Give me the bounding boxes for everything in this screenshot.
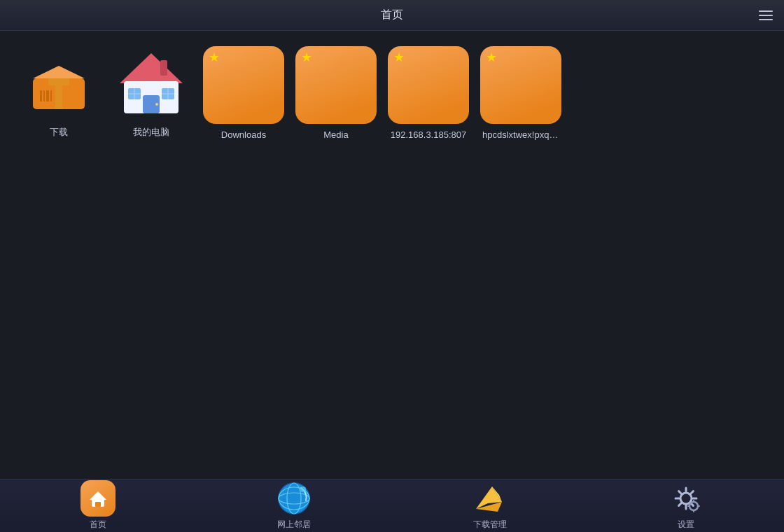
app-label-downloads-folder: Downloads bbox=[221, 130, 266, 140]
house-icon bbox=[113, 45, 190, 122]
svg-text:★: ★ bbox=[393, 50, 405, 64]
folder-icon-downloads-folder: ★ bbox=[198, 45, 289, 125]
svg-point-40 bbox=[680, 493, 692, 504]
app-label-ip-folder: 192.168.3.185:807 bbox=[391, 130, 466, 140]
nav-label-home: 首页 bbox=[90, 519, 106, 531]
svg-rect-11 bbox=[160, 60, 167, 76]
package-icon bbox=[20, 45, 97, 122]
svg-rect-6 bbox=[40, 90, 42, 102]
app-item-my-computer[interactable]: 我的电脑 bbox=[109, 45, 193, 140]
app-label-my-computer: 我的电脑 bbox=[133, 126, 169, 139]
app-item-ip-folder[interactable]: ★ 192.168.3.185:807 bbox=[386, 45, 470, 140]
svg-rect-5 bbox=[55, 78, 62, 109]
svg-rect-9 bbox=[50, 90, 52, 102]
gear-icon bbox=[668, 481, 704, 516]
app-label-download: 下载 bbox=[50, 126, 68, 139]
folder-icon-ip-folder: ★ bbox=[383, 45, 474, 125]
app-item-download[interactable]: 下载 bbox=[17, 45, 101, 140]
plane-icon bbox=[472, 481, 507, 516]
folder-icon-hpc-folder: ★ bbox=[475, 45, 566, 125]
app-item-hpc-folder[interactable]: ★ hpcdslxtwex!pxqv.fa bbox=[479, 45, 563, 140]
folder-icon-media-folder: ★ bbox=[290, 45, 382, 125]
app-item-media-folder[interactable]: ★ Media bbox=[294, 45, 378, 140]
topbar: 首页 bbox=[0, 0, 784, 31]
home-icon bbox=[80, 481, 115, 516]
topbar-title: 首页 bbox=[381, 8, 403, 22]
svg-rect-31 bbox=[95, 502, 101, 507]
svg-text:★: ★ bbox=[486, 50, 497, 64]
globe-icon bbox=[276, 481, 312, 516]
svg-point-14 bbox=[155, 103, 158, 106]
nav-item-neighbor[interactable]: 网上邻居 bbox=[196, 481, 392, 531]
app-item-downloads-folder[interactable]: ★ Downloads bbox=[202, 45, 286, 140]
nav-label-settings: 设置 bbox=[678, 519, 694, 531]
bottom-nav: 首页 网上邻居 下载管理 设置 bbox=[0, 479, 784, 532]
app-label-hpc-folder: hpcdslxtwex!pxqv.fa bbox=[482, 130, 559, 140]
nav-label-download-mgr: 下载管理 bbox=[473, 519, 507, 531]
nav-item-settings[interactable]: 设置 bbox=[588, 481, 784, 531]
svg-rect-8 bbox=[46, 90, 49, 102]
svg-text:★: ★ bbox=[301, 50, 312, 64]
main-content: 下载 我的电脑 ★ Downloads bbox=[0, 31, 784, 479]
app-label-media-folder: Media bbox=[323, 130, 348, 140]
home-nav-icon-bg bbox=[80, 480, 115, 517]
svg-text:★: ★ bbox=[209, 50, 220, 64]
svg-marker-3 bbox=[33, 66, 85, 78]
svg-line-47 bbox=[691, 491, 694, 494]
nav-item-home[interactable]: 首页 bbox=[0, 481, 196, 531]
svg-point-36 bbox=[300, 486, 306, 492]
menu-icon[interactable] bbox=[759, 10, 773, 20]
svg-line-48 bbox=[679, 503, 682, 506]
svg-line-45 bbox=[679, 491, 682, 494]
nav-item-download-mgr[interactable]: 下载管理 bbox=[392, 481, 588, 531]
nav-label-neighbor: 网上邻居 bbox=[277, 519, 311, 531]
svg-rect-7 bbox=[43, 90, 45, 102]
svg-marker-10 bbox=[120, 53, 183, 83]
